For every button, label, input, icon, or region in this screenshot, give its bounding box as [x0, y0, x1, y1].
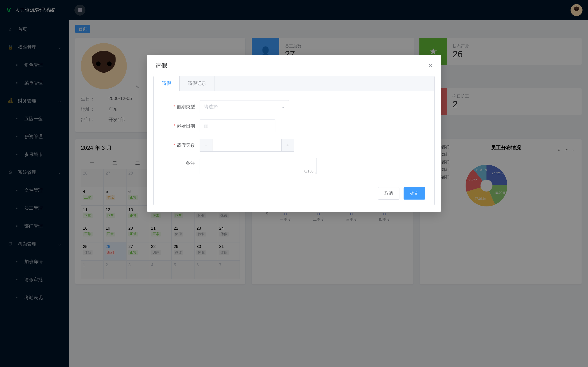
- leave-dialog: 请假 ✕ 请假 请假记录 *假期类型 请选择 ⌄: [147, 55, 441, 212]
- calendar-icon: ▦: [204, 123, 208, 129]
- label-leave-type: 假期类型: [177, 104, 195, 109]
- days-decrease[interactable]: −: [199, 139, 212, 152]
- label-start-date: 起始日期: [177, 123, 195, 128]
- label-days: 请假天数: [177, 143, 195, 148]
- days-input[interactable]: [212, 139, 281, 152]
- leave-type-select[interactable]: 请选择 ⌄: [199, 100, 289, 113]
- dialog-title: 请假: [155, 61, 167, 69]
- remark-textarea[interactable]: [199, 158, 317, 174]
- cancel-button[interactable]: 取消: [378, 187, 399, 200]
- tab-leave-history[interactable]: 请假记录: [180, 76, 215, 91]
- days-increase[interactable]: +: [281, 139, 294, 152]
- dialog-close-icon[interactable]: ✕: [428, 62, 433, 69]
- label-remark: 备注: [186, 161, 195, 166]
- start-date-input[interactable]: ▦: [199, 119, 275, 132]
- confirm-button[interactable]: 确定: [404, 187, 425, 200]
- select-placeholder: 请选择: [204, 104, 218, 110]
- tab-leave[interactable]: 请假: [154, 76, 180, 91]
- chevron-down-icon: ⌄: [281, 104, 285, 109]
- char-count: 0/100: [304, 169, 313, 173]
